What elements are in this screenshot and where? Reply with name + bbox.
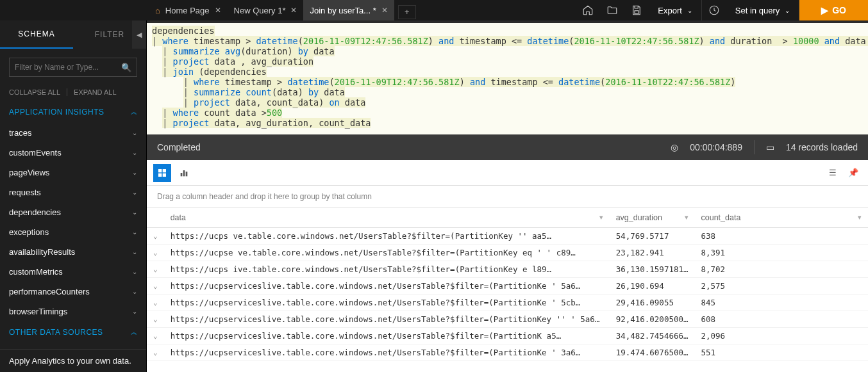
top-actions: Export ⌄ Set in query ⌄ ▶ GO xyxy=(576,0,868,20)
cell-data: https://ucpserviceslive.table.core.windo… xyxy=(164,328,610,344)
tab-label: Home Page xyxy=(165,6,210,15)
results-table-wrap[interactable]: data▾ avg_duration▾ count_data▾ ⌄https:/… xyxy=(147,208,868,372)
editor-tabs: ⌂ Home Page ✕ New Query 1* ✕ Join by use… xyxy=(149,0,416,20)
tree-item-availabilityResults[interactable]: availabilityResults⌄ xyxy=(0,242,146,262)
tab-label: New Query 1* xyxy=(234,6,286,15)
svg-rect-8 xyxy=(186,172,188,176)
sidebar-collapse-button[interactable]: ◀ xyxy=(132,20,146,49)
tab-join-query[interactable]: Join by userTa... * ✕ xyxy=(303,0,394,20)
set-in-query-button[interactable]: Set in query ⌄ xyxy=(726,0,799,20)
expand-row-icon[interactable]: ⌄ xyxy=(147,311,164,328)
tree-item-performanceCounters[interactable]: performanceCounters⌄ xyxy=(0,282,146,302)
tree-item-exceptions[interactable]: exceptions⌄ xyxy=(0,222,146,242)
save-icon[interactable] xyxy=(624,0,649,20)
cell-count: 2,575 xyxy=(695,278,868,295)
tab-label: Join by userTa... * xyxy=(310,6,376,15)
cell-avg: 26,190.694 xyxy=(610,278,695,295)
cell-count: 608 xyxy=(695,311,868,328)
cell-count: 638 xyxy=(695,228,868,245)
collapse-all-button[interactable]: COLLAPSE ALL xyxy=(9,88,60,96)
apply-analytics-note[interactable]: Apply Analytics to your own data. xyxy=(0,349,146,372)
chart-view-button[interactable] xyxy=(175,164,193,182)
search-input[interactable] xyxy=(15,63,121,72)
filter-icon[interactable]: ▾ xyxy=(858,213,862,222)
close-icon[interactable]: ✕ xyxy=(381,6,388,15)
filter-icon[interactable]: ▾ xyxy=(599,213,603,222)
tab-home[interactable]: ⌂ Home Page ✕ xyxy=(149,0,228,20)
go-label: GO xyxy=(832,5,846,15)
cell-data: https://ucpserviceslive.table.core.windo… xyxy=(164,295,610,311)
tree-item-requests[interactable]: requests⌄ xyxy=(0,182,146,202)
status-records: 14 records loaded xyxy=(786,142,858,152)
expand-row-icon[interactable]: ⌄ xyxy=(147,328,164,344)
home-icon: ⌂ xyxy=(155,6,160,15)
table-view-button[interactable] xyxy=(153,164,171,182)
cell-count: 8,391 xyxy=(695,245,868,261)
status-time: 00:00:04:889 xyxy=(690,142,742,152)
expand-row-icon[interactable]: ⌄ xyxy=(147,344,164,361)
tree-section-app-insights[interactable]: APPLICATION INSIGHTS ︽ xyxy=(0,101,146,123)
col-avg-duration[interactable]: avg_duration▾ xyxy=(610,208,695,228)
close-icon[interactable]: ✕ xyxy=(290,6,297,15)
expand-row-icon[interactable]: ⌄ xyxy=(147,228,164,245)
expand-row-icon[interactable]: ⌄ xyxy=(147,245,164,261)
table-row[interactable]: ⌄https://ucpserviceslive.table.core.wind… xyxy=(147,311,868,328)
cell-avg: 19.474.6076500… xyxy=(610,344,695,361)
chevron-down-icon: ⌄ xyxy=(785,7,790,14)
cell-avg: 23,182.941 xyxy=(610,245,695,261)
col-count-data[interactable]: count_data▾ xyxy=(695,208,868,228)
cell-data: https://ucps ive.table.core.windows.net/… xyxy=(164,261,610,278)
tree-item-dependencies[interactable]: dependencies⌄ xyxy=(0,202,146,222)
query-editor[interactable]: dependencies | where timestamp > datetim… xyxy=(147,20,868,134)
table-row[interactable]: ⌄https://ucpserviceslive.table.core.wind… xyxy=(147,278,868,295)
table-row[interactable]: ⌄https://ucps ive.table.core.windows.net… xyxy=(147,261,868,278)
cell-count: 2,096 xyxy=(695,328,868,344)
sidebar-tab-schema[interactable]: SCHEMA xyxy=(0,20,73,49)
sidebar: SCHEMA FILTER ◀ 🔍 COLLAPSE ALL EXPAND AL… xyxy=(0,20,147,372)
expand-row-icon[interactable]: ⌄ xyxy=(147,295,164,311)
chevron-down-icon: ⌄ xyxy=(132,248,137,255)
table-row[interactable]: ⌄https://ucpse ve.table.core.windows.net… xyxy=(147,245,868,261)
chevron-down-icon: ⌄ xyxy=(132,149,137,156)
new-tab-button[interactable]: + xyxy=(398,5,416,19)
filter-icon[interactable]: ▾ xyxy=(685,213,689,222)
table-row[interactable]: ⌄https://ucps ve.table.core.windows.net/… xyxy=(147,228,868,245)
schema-search[interactable]: 🔍 xyxy=(9,58,137,77)
chevron-down-icon: ⌄ xyxy=(132,229,137,236)
chevron-down-icon: ⌄ xyxy=(687,7,692,14)
expand-all-button[interactable]: EXPAND ALL xyxy=(74,88,116,96)
table-row[interactable]: ⌄https://ucpserviceslive.table.core.wind… xyxy=(147,344,868,361)
tree-item-pageViews[interactable]: pageViews⌄ xyxy=(0,163,146,182)
expand-row-icon[interactable]: ⌄ xyxy=(147,278,164,295)
pin-icon[interactable]: 📌 xyxy=(845,165,862,181)
table-row[interactable]: ⌄https://ucpserviceslive.table.core.wind… xyxy=(147,328,868,344)
cell-count: 845 xyxy=(695,295,868,311)
export-button[interactable]: Export ⌄ xyxy=(649,0,702,20)
chevron-down-icon: ⌄ xyxy=(132,169,137,176)
svg-rect-3 xyxy=(163,169,166,172)
chevron-down-icon: ⌄ xyxy=(132,189,137,196)
expand-row-icon[interactable]: ⌄ xyxy=(147,261,164,278)
tree-item-customMetrics[interactable]: customMetrics⌄ xyxy=(0,262,146,282)
close-icon[interactable]: ✕ xyxy=(215,6,221,15)
table-row[interactable]: ⌄https://ucpserviceslive.table.core.wind… xyxy=(147,295,868,311)
cell-count: 551 xyxy=(695,344,868,361)
tab-new-query[interactable]: New Query 1* ✕ xyxy=(228,0,304,20)
cell-data: https://ucpserviceslive.table.core.windo… xyxy=(164,344,610,361)
home-nav-icon[interactable] xyxy=(576,0,600,20)
col-data[interactable]: data▾ xyxy=(164,208,610,228)
columns-icon[interactable]: ☰ xyxy=(824,165,841,181)
results-toolbar: ☰ 📌 xyxy=(147,160,868,186)
tree-item-customEvents[interactable]: customEvents⌄ xyxy=(0,143,146,163)
cell-data: https://ucpse ve.table.core.windows.net/… xyxy=(164,245,610,261)
group-by-hint[interactable]: Drag a column header and drop it here to… xyxy=(147,186,868,208)
chevron-down-icon: ⌄ xyxy=(132,129,137,136)
status-bar: Completed ◎ 00:00:04:889 ▭ 14 records lo… xyxy=(147,134,868,160)
folder-icon[interactable] xyxy=(600,0,624,20)
svg-rect-4 xyxy=(158,173,162,176)
go-button[interactable]: ▶ GO xyxy=(799,0,868,20)
status-completed: Completed xyxy=(157,142,201,152)
tree-item-browserTimings[interactable]: browserTimings⌄ xyxy=(0,302,146,321)
tree-section-other-sources[interactable]: OTHER DATA SOURCES ︽ xyxy=(0,321,146,343)
tree-item-traces[interactable]: traces⌄ xyxy=(0,123,146,143)
